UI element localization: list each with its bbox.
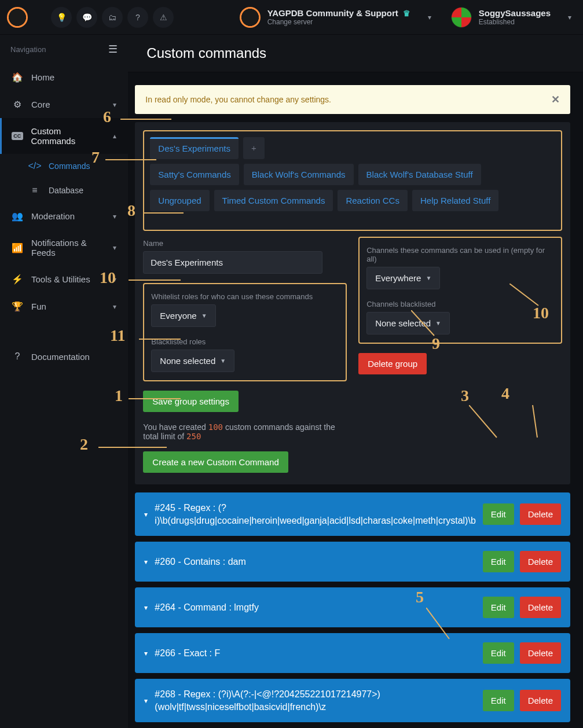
avatar-icon — [451, 7, 472, 28]
sidebar-item-label: Documentation — [31, 352, 90, 362]
question-icon: ? — [12, 351, 23, 362]
save-group-button[interactable]: Save group settings — [143, 391, 239, 412]
moderation-icon: 👥 — [12, 211, 23, 222]
trophy-icon: 🏆 — [12, 301, 23, 312]
edit-button[interactable]: Edit — [483, 690, 514, 711]
server-selector[interactable]: YAGPDB Community & Support ♛ Change serv… — [232, 7, 439, 28]
gear-icon: ⚙ — [12, 99, 23, 110]
sidebar-item-label: Core — [31, 100, 50, 109]
edit-button[interactable]: Edit — [483, 597, 514, 618]
edit-button[interactable]: Edit — [483, 503, 514, 525]
app-logo-icon — [7, 7, 28, 28]
home-icon: 🏠 — [12, 72, 23, 83]
card-icon[interactable]: 🗂 — [102, 7, 123, 28]
dropdown-value: None selected — [160, 356, 215, 366]
server-sub: Change server — [267, 18, 410, 26]
chevron-down-icon: ▾ — [113, 275, 116, 284]
group-panel: Des's Experiments + Satty's Commands Bla… — [135, 122, 570, 484]
delete-button[interactable]: Delete — [520, 551, 561, 572]
bulb-icon[interactable]: 💡 — [51, 7, 72, 28]
tab-item[interactable]: Black Wolf's Database Stuff — [358, 164, 481, 185]
chevron-down-icon: ▾ — [113, 101, 116, 109]
delete-button[interactable]: Delete — [520, 503, 561, 525]
chevron-down-icon: ▾ — [113, 303, 116, 311]
tab-item[interactable]: Black Wolf's Commands — [244, 164, 354, 185]
sidebar-item-home[interactable]: 🏠 Home — [0, 64, 128, 91]
help-icon[interactable]: ? — [127, 7, 148, 28]
command-text: #264 - Command : lmgtfy — [155, 601, 475, 614]
caret-down-icon: ▼ — [426, 275, 431, 281]
blacklist-dropdown[interactable]: None selected ▼ — [151, 350, 234, 372]
command-actions: EditDelete — [483, 503, 561, 525]
tab-item[interactable]: Help Related Stuff — [412, 190, 498, 211]
channels-bl-dropdown[interactable]: None selected ▼ — [366, 312, 450, 334]
delete-button[interactable]: Delete — [520, 642, 561, 664]
command-text: #266 - Exact : F — [155, 647, 475, 660]
chevron-down-icon: ▾ — [113, 244, 116, 252]
user-name: SoggySaussages — [479, 8, 551, 18]
sidebar-item-tools[interactable]: ⚡ Tools & Utilities ▾ — [0, 266, 128, 293]
tab-item[interactable]: Satty's Commands — [150, 164, 239, 185]
feed-icon: 📶 — [12, 242, 23, 253]
sidebar-item-notifications[interactable]: 📶 Notifications & Feeds ▾ — [0, 230, 128, 266]
close-icon[interactable]: ✕ — [551, 93, 560, 106]
caret-down-icon: ▼ — [201, 312, 207, 319]
command-row[interactable]: ▾#245 - Regex : (?i)\b(drugs|drug|cocain… — [135, 492, 570, 536]
sidebar-item-documentation[interactable]: ? Documentation — [0, 343, 128, 370]
menu-toggle-icon[interactable]: ☰ — [108, 43, 118, 56]
channel-restrictions: Channels these commands can be used in (… — [358, 237, 562, 344]
chevron-down-icon: ▾ — [144, 649, 148, 657]
sidebar-sub-commands[interactable]: </> Commands — [17, 154, 128, 178]
chevron-down-icon: ▾ — [428, 13, 431, 21]
delete-button[interactable]: Delete — [520, 690, 561, 711]
command-actions: EditDelete — [483, 551, 561, 572]
user-menu[interactable]: SoggySaussages Established ▾ — [439, 7, 583, 28]
sidebar-item-fun[interactable]: 🏆 Fun ▾ — [0, 293, 128, 320]
edit-button[interactable]: Edit — [483, 642, 514, 664]
top-bar: 💡 💬 🗂 ? ⚠ YAGPDB Community & Support ♛ C… — [0, 0, 583, 35]
name-label: Name — [143, 239, 347, 248]
tab-add[interactable]: + — [243, 137, 265, 159]
command-row[interactable]: ▾#268 - Regex : (?i)\A(?:-|<@!?204255221… — [135, 679, 570, 722]
group-name-input[interactable] — [143, 251, 322, 274]
whitelist-dropdown[interactable]: Everyone ▼ — [151, 304, 215, 327]
tab-item[interactable]: Reaction CCs — [338, 190, 408, 211]
sidebar-item-custom-commands[interactable]: CC Custom Commands ▴ — [0, 118, 128, 154]
channels-dropdown[interactable]: Everywhere ▼ — [366, 267, 440, 289]
chat-icon[interactable]: 💬 — [76, 7, 97, 28]
command-row[interactable]: ▾#266 - Exact : FEditDelete — [135, 633, 570, 673]
command-text: #260 - Contains : dam — [155, 556, 475, 568]
delete-group-button[interactable]: Delete group — [358, 353, 427, 374]
command-text: #268 - Regex : (?i)\A(?:-|<@!?2042552210… — [155, 688, 475, 713]
tab-item[interactable]: Timed Custom Commands — [214, 190, 333, 211]
server-logo-icon — [240, 7, 261, 28]
chevron-down-icon: ▾ — [113, 212, 116, 220]
create-command-button[interactable]: Create a new Custom Command — [143, 451, 288, 473]
sidebar-item-label: Commands — [49, 161, 90, 171]
server-name: YAGPDB Community & Support — [267, 8, 398, 18]
bolt-icon: ⚡ — [12, 274, 23, 285]
sidebar-sub-database[interactable]: ≡ Database — [17, 178, 128, 203]
sidebar-item-moderation[interactable]: 👥 Moderation ▾ — [0, 203, 128, 230]
alert-icon[interactable]: ⚠ — [153, 7, 174, 28]
tab-item[interactable]: Ungrouped — [150, 190, 209, 211]
tab-active[interactable]: Des's Experiments — [150, 137, 239, 159]
tabs-container: Des's Experiments + Satty's Commands Bla… — [143, 130, 562, 231]
caret-down-icon: ▼ — [220, 358, 226, 364]
sidebar-item-core[interactable]: ⚙ Core ▾ — [0, 91, 128, 118]
command-text: #245 - Regex : (?i)\b(drugs|drug|cocaine… — [155, 502, 475, 527]
role-restrictions: Whitelist roles for who can use these co… — [143, 283, 347, 381]
cc-icon: CC — [12, 132, 23, 140]
top-icon-group: 💡 💬 🗂 ? ⚠ — [51, 7, 174, 28]
delete-button[interactable]: Delete — [520, 597, 561, 618]
edit-button[interactable]: Edit — [483, 551, 514, 572]
read-only-alert: In read only mode, you cannot change any… — [135, 85, 570, 114]
sidebar-item-label: Custom Commands — [31, 126, 105, 146]
command-row[interactable]: ▾#264 - Command : lmgtfyEditDelete — [135, 587, 570, 627]
whitelist-label: Whitelist roles for who can use these co… — [151, 292, 339, 301]
sidebar-item-label: Notifications & Feeds — [31, 238, 105, 258]
chevron-down-icon: ▾ — [144, 604, 148, 612]
sidebar: Navigation ☰ 🏠 Home ⚙ Core ▾ CC Custom C… — [0, 35, 128, 728]
chevron-down-icon: ▾ — [144, 697, 148, 705]
command-row[interactable]: ▾#260 - Contains : damEditDelete — [135, 542, 570, 582]
